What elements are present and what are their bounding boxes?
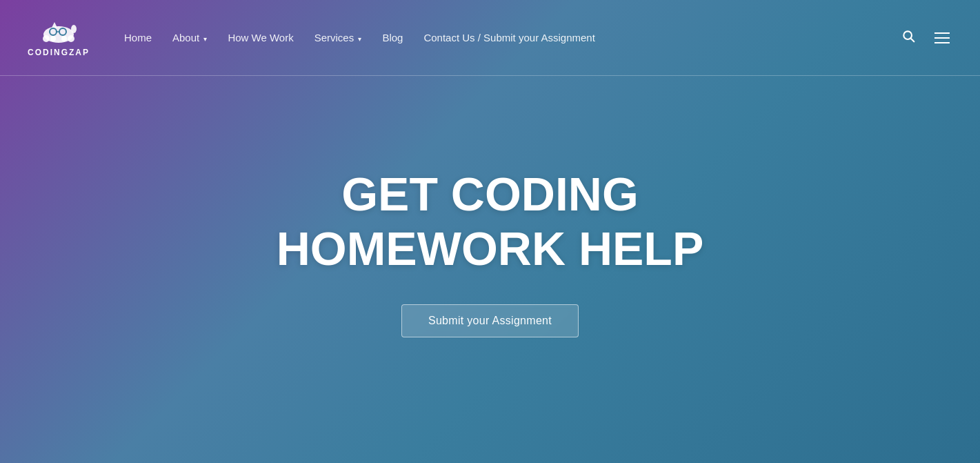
nav-link-blog[interactable]: Blog — [382, 32, 403, 43]
search-icon — [901, 29, 915, 43]
svg-point-2 — [68, 35, 74, 42]
nav-item-blog[interactable]: Blog — [382, 32, 403, 44]
svg-point-1 — [43, 35, 50, 42]
hamburger-line-2 — [934, 37, 950, 39]
nav-item-how-we-work[interactable]: How We Work — [228, 32, 293, 44]
nav-item-home[interactable]: Home — [124, 32, 152, 44]
hero-section: CODINGZAP Home About ▾ How We Work Servi… — [0, 0, 980, 463]
nav-link-services[interactable]: Services ▾ — [314, 32, 362, 43]
logo-text: CODINGZAP — [28, 48, 90, 57]
navbar: CODINGZAP Home About ▾ How We Work Servi… — [0, 0, 980, 76]
nav-link-how-we-work[interactable]: How We Work — [228, 32, 293, 43]
hero-title-line1: GET CODING — [341, 168, 639, 220]
svg-point-3 — [50, 36, 56, 41]
hero-title-line2: HOMEWORK HELP — [277, 222, 704, 275]
svg-marker-5 — [52, 22, 57, 28]
submit-assignment-button[interactable]: Submit your Assignment — [401, 304, 579, 337]
about-dropdown-arrow: ▾ — [203, 35, 207, 43]
nav-links: Home About ▾ How We Work Services ▾ Blog… — [124, 32, 595, 44]
hamburger-line-3 — [934, 42, 950, 43]
svg-line-11 — [911, 39, 914, 42]
navbar-left: CODINGZAP Home About ▾ How We Work Servi… — [28, 19, 595, 57]
svg-point-4 — [61, 36, 67, 41]
navbar-right — [899, 26, 952, 49]
hero-title: GET CODING HOMEWORK HELP — [277, 167, 704, 275]
nav-item-services[interactable]: Services ▾ — [314, 32, 362, 44]
nav-link-about[interactable]: About ▾ — [172, 32, 207, 43]
nav-link-home[interactable]: Home — [124, 32, 152, 43]
hamburger-line-1 — [934, 32, 950, 34]
logo[interactable]: CODINGZAP — [28, 19, 90, 57]
svg-point-9 — [71, 25, 77, 33]
nav-link-contact[interactable]: Contact Us / Submit your Assignment — [423, 32, 594, 43]
hamburger-button[interactable] — [932, 30, 952, 46]
search-button[interactable] — [899, 26, 918, 49]
services-dropdown-arrow: ▾ — [358, 35, 361, 43]
nav-item-about[interactable]: About ▾ — [172, 32, 207, 44]
nav-item-contact[interactable]: Contact Us / Submit your Assignment — [423, 32, 594, 44]
logo-icon — [38, 19, 79, 46]
